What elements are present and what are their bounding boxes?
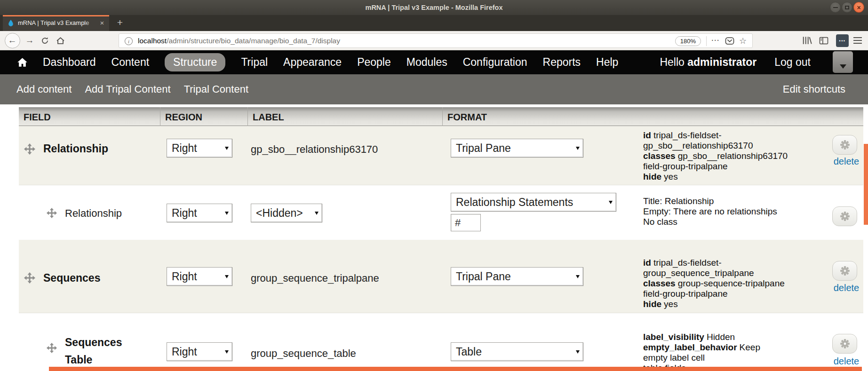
dropdown-arrow-icon bbox=[225, 350, 229, 354]
site-info-icon[interactable]: i bbox=[125, 37, 133, 45]
summary-key: classes bbox=[643, 278, 676, 288]
region-select[interactable]: Right bbox=[167, 204, 232, 222]
summary-key: empty_label_behavior bbox=[643, 342, 737, 352]
delete-link[interactable]: delete bbox=[828, 283, 865, 293]
window-minimize-button[interactable] bbox=[830, 2, 841, 13]
format-select[interactable]: Tripal Pane bbox=[451, 267, 583, 286]
summary-key: hide bbox=[643, 172, 661, 182]
library-icon[interactable] bbox=[802, 36, 812, 45]
field-label: group_sequence_tripalpane bbox=[251, 272, 379, 284]
dropdown-arrow-icon bbox=[225, 212, 229, 215]
horizontal-scrollbar-thumb[interactable] bbox=[49, 367, 862, 371]
drag-handle-icon[interactable] bbox=[46, 207, 57, 219]
home-button[interactable] bbox=[53, 31, 68, 50]
shortcut-add-content[interactable]: Add content bbox=[16, 83, 72, 95]
field-name: Relationship bbox=[65, 207, 122, 220]
drag-handle-icon[interactable] bbox=[24, 272, 36, 284]
region-select[interactable]: Right bbox=[167, 342, 232, 361]
back-button[interactable]: ← bbox=[3, 31, 22, 50]
admin-menu-item-people[interactable]: People bbox=[357, 56, 391, 69]
label-select[interactable]: <Hidden> bbox=[251, 204, 322, 222]
field-summary: idtripal_ds-fieldset- group_sequence_tri… bbox=[643, 258, 836, 309]
field-name: Relationship bbox=[43, 142, 108, 155]
reload-icon bbox=[41, 37, 49, 45]
bookmark-star-button[interactable]: ☆ bbox=[737, 34, 749, 48]
table-row-relationship-field: Relationship Right <Hidden> Relationship… bbox=[19, 185, 863, 240]
table-row-relationship-group: Relationship Right gp_sbo__relationship6… bbox=[19, 126, 863, 185]
home-icon bbox=[56, 37, 65, 45]
admin-menu-item-configuration[interactable]: Configuration bbox=[463, 56, 527, 69]
extension-menu-button[interactable]: ••• bbox=[836, 34, 849, 47]
new-tab-button[interactable]: + bbox=[113, 15, 127, 30]
summary-value: No class bbox=[643, 217, 677, 227]
window-close-button[interactable]: × bbox=[853, 2, 864, 13]
format-select-value: Tripal Pane bbox=[456, 268, 511, 285]
drag-handle-icon[interactable] bbox=[46, 342, 57, 354]
admin-menu-item-dashboard[interactable]: Dashboard bbox=[43, 56, 96, 69]
dropdown-arrow-icon bbox=[609, 201, 613, 204]
page-actions-button[interactable]: ⋯ bbox=[709, 34, 721, 47]
admin-menu-account: Hello administrator Log out bbox=[660, 56, 811, 69]
summary-value: Title: Relationship bbox=[643, 196, 714, 206]
minimize-icon bbox=[833, 7, 838, 8]
tab-close-button[interactable]: × bbox=[97, 15, 107, 31]
settings-gear-button[interactable] bbox=[832, 334, 857, 354]
format-select[interactable]: Tripal Pane bbox=[451, 139, 583, 158]
admin-menu-item-structure[interactable]: Structure bbox=[165, 53, 225, 71]
gear-icon bbox=[840, 211, 850, 221]
menu-hamburger-icon[interactable] bbox=[853, 37, 862, 44]
zoom-level-button[interactable]: 180% bbox=[675, 36, 701, 46]
format-select[interactable]: Relationship Statements bbox=[451, 193, 616, 212]
shortcut-tripal-content[interactable]: Tripal Content bbox=[184, 83, 248, 95]
urlbar-separator bbox=[706, 36, 707, 46]
region-select[interactable]: Right bbox=[167, 139, 232, 158]
admin-menu-item-content[interactable]: Content bbox=[111, 56, 150, 69]
toolbar-toggle-button[interactable] bbox=[833, 51, 853, 73]
vertical-scrollbar-thumb[interactable] bbox=[864, 144, 868, 225]
settings-gear-button[interactable] bbox=[832, 261, 857, 281]
summary-value: Keep bbox=[740, 342, 760, 352]
settings-gear-button[interactable] bbox=[832, 135, 857, 155]
window-titlebar[interactable]: mRNA | Tripal v3 Example - Mozilla Firef… bbox=[0, 0, 868, 15]
gear-icon bbox=[840, 140, 850, 150]
reload-button[interactable] bbox=[38, 31, 52, 50]
admin-menu-item-tripal[interactable]: Tripal bbox=[241, 56, 268, 69]
settings-gear-button[interactable] bbox=[832, 206, 857, 226]
sidebar-icon[interactable] bbox=[819, 37, 828, 45]
window-maximize-button[interactable] bbox=[842, 2, 852, 13]
url-bar[interactable]: i localhost/admin/structure/bio_data/man… bbox=[119, 33, 753, 48]
field-label: gp_sbo__relationship63170 bbox=[251, 143, 378, 156]
browser-tab-active[interactable]: mRNA | Tripal v3 Example × bbox=[3, 15, 109, 31]
column-header-label: LABEL bbox=[248, 107, 443, 126]
drag-handle-icon[interactable] bbox=[24, 143, 36, 155]
dropdown-arrow-icon bbox=[315, 212, 319, 215]
edit-shortcuts-link[interactable]: Edit shortcuts bbox=[783, 83, 845, 95]
delete-link[interactable]: delete bbox=[828, 356, 865, 367]
admin-menu-item-modules[interactable]: Modules bbox=[406, 56, 447, 69]
delete-link[interactable]: delete bbox=[828, 156, 865, 167]
summary-key: label_visibility bbox=[643, 332, 704, 342]
shortcut-add-tripal-content[interactable]: Add Tripal Content bbox=[85, 83, 170, 95]
firefox-window: mRNA | Tripal v3 Example - Mozilla Firef… bbox=[0, 0, 868, 371]
admin-menu-item-help[interactable]: Help bbox=[596, 56, 618, 69]
column-header-field: FIELD bbox=[19, 107, 160, 126]
forward-button[interactable]: → bbox=[23, 31, 37, 50]
label-select-value: <Hidden> bbox=[256, 204, 303, 222]
region-select-value: Right bbox=[172, 268, 197, 285]
url-host: localhost bbox=[138, 37, 167, 45]
tab-title-fade bbox=[85, 16, 97, 31]
logout-link[interactable]: Log out bbox=[774, 56, 811, 69]
summary-value: tripal_ds-fieldset- bbox=[653, 258, 722, 268]
pocket-icon[interactable] bbox=[725, 37, 734, 45]
format-settings-input[interactable]: # bbox=[451, 214, 481, 231]
admin-menu-bar: Dashboard Content Structure Tripal Appea… bbox=[0, 50, 868, 74]
gear-icon bbox=[840, 339, 850, 349]
field-summary: idtripal_ds-fieldset- gp_sbo__relationsh… bbox=[643, 130, 836, 182]
region-select-value: Right bbox=[172, 343, 197, 361]
format-select[interactable]: Table bbox=[451, 342, 583, 361]
admin-menu-item-appearance[interactable]: Appearance bbox=[283, 56, 342, 69]
admin-menu-item-reports[interactable]: Reports bbox=[543, 56, 581, 69]
admin-home-icon[interactable] bbox=[17, 57, 28, 67]
format-select-value: Relationship Statements bbox=[456, 193, 573, 211]
region-select[interactable]: Right bbox=[167, 267, 232, 286]
